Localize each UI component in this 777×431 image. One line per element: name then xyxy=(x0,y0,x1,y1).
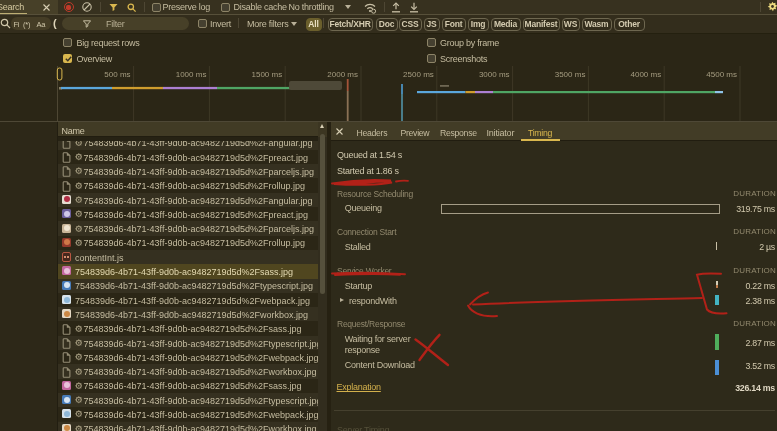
svg-text:2000 ms: 2000 ms xyxy=(327,70,358,79)
svg-text:3500 ms: 3500 ms xyxy=(555,70,586,79)
svg-text:4500 ms: 4500 ms xyxy=(706,70,737,79)
svg-text:1000 ms: 1000 ms xyxy=(176,70,207,79)
svg-text:500 ms: 500 ms xyxy=(104,70,130,79)
svg-text:1500 ms: 1500 ms xyxy=(252,70,283,79)
svg-text:3000 ms: 3000 ms xyxy=(479,70,510,79)
svg-text:4000 ms: 4000 ms xyxy=(631,70,662,79)
svg-text:2500 ms: 2500 ms xyxy=(403,70,434,79)
